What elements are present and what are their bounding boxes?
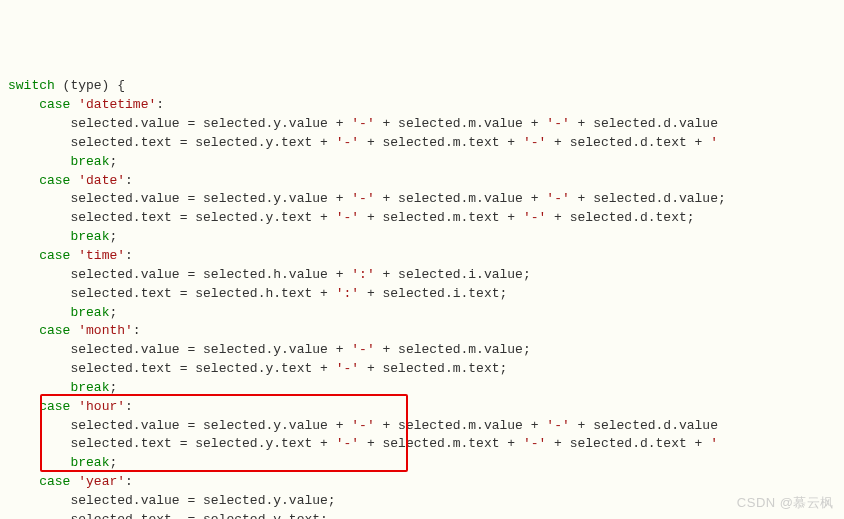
string-literal: ':'	[336, 286, 359, 301]
colon: :	[133, 323, 141, 338]
keyword-case: case	[39, 323, 70, 338]
keyword-case: case	[39, 474, 70, 489]
string-literal: 'year'	[78, 474, 125, 489]
code-text: + selected.d.text;	[546, 210, 694, 225]
colon: :	[125, 248, 133, 263]
string-literal: '-'	[336, 210, 359, 225]
code-text: + selected.d.value	[570, 418, 726, 433]
string-literal: '-'	[336, 135, 359, 150]
code-text: + selected.d.text +	[546, 135, 710, 150]
string-literal: '	[710, 436, 726, 451]
code-text: selected.value = selected.y.value +	[70, 342, 351, 357]
code-text: + selected.m.value +	[375, 116, 547, 131]
string-literal: '-'	[336, 436, 359, 451]
code-text: selected.value = selected.y.value +	[70, 191, 351, 206]
colon: :	[156, 97, 164, 112]
string-literal: '-'	[351, 342, 374, 357]
code-text: selected.value = selected.h.value +	[70, 267, 351, 282]
colon: :	[125, 173, 133, 188]
code-text: selected.text = selected.y.text +	[70, 361, 335, 376]
string-literal: '-'	[546, 191, 569, 206]
string-literal: '-'	[523, 210, 546, 225]
semicolon: ;	[109, 229, 117, 244]
semicolon: ;	[109, 455, 117, 470]
code-text: selected.text = selected.y.text +	[70, 210, 335, 225]
code-text: selected.text = selected.h.text +	[70, 286, 335, 301]
string-literal: '-'	[336, 361, 359, 376]
string-literal: '-'	[546, 116, 569, 131]
keyword-break: break	[70, 229, 109, 244]
code-text: selected.value = selected.y.value +	[70, 116, 351, 131]
string-literal: '-'	[351, 116, 374, 131]
keyword-break: break	[70, 305, 109, 320]
string-literal: 'date'	[78, 173, 125, 188]
keyword-case: case	[39, 248, 70, 263]
string-literal: 'month'	[78, 323, 133, 338]
code-text: + selected.m.text +	[359, 436, 523, 451]
code-text: + selected.m.value;	[375, 342, 531, 357]
keyword-break: break	[70, 154, 109, 169]
code-text: selected.value = selected.y.value;	[70, 493, 335, 508]
code-text: + selected.m.value +	[375, 418, 547, 433]
colon: :	[125, 399, 133, 414]
code-text: (type) {	[55, 78, 125, 93]
string-literal: '-'	[546, 418, 569, 433]
code-text: selected.text = selected.y.text +	[70, 436, 335, 451]
code-text: + selected.i.value;	[375, 267, 531, 282]
code-text: + selected.d.text +	[546, 436, 710, 451]
code-text: + selected.m.text +	[359, 210, 523, 225]
code-text: selected.value = selected.y.value +	[70, 418, 351, 433]
semicolon: ;	[109, 380, 117, 395]
keyword-break: break	[70, 455, 109, 470]
string-literal: 'time'	[78, 248, 125, 263]
keyword-case: case	[39, 97, 70, 112]
code-text: + selected.d.value;	[570, 191, 726, 206]
string-literal: '-'	[523, 436, 546, 451]
string-literal: '-'	[351, 191, 374, 206]
code-text: + selected.i.text;	[359, 286, 507, 301]
keyword-switch: switch	[8, 78, 55, 93]
string-literal: 'hour'	[78, 399, 125, 414]
keyword-break: break	[70, 380, 109, 395]
keyword-case: case	[39, 399, 70, 414]
colon: :	[125, 474, 133, 489]
string-literal: '-'	[523, 135, 546, 150]
string-literal: ':'	[351, 267, 374, 282]
code-text: + selected.m.text;	[359, 361, 507, 376]
code-text: + selected.d.value	[570, 116, 726, 131]
keyword-case: case	[39, 173, 70, 188]
code-text: + selected.m.value +	[375, 191, 547, 206]
watermark: CSDN @慕云枫	[737, 494, 834, 513]
string-literal: '-'	[351, 418, 374, 433]
string-literal: '	[710, 135, 726, 150]
code-text: selected.text = selected.y.text;	[70, 512, 327, 519]
semicolon: ;	[109, 305, 117, 320]
code-block: switch (type) { case 'datetime': selecte…	[8, 77, 836, 519]
code-text: selected.text = selected.y.text +	[70, 135, 335, 150]
code-text: + selected.m.text +	[359, 135, 523, 150]
string-literal: 'datetime'	[78, 97, 156, 112]
semicolon: ;	[109, 154, 117, 169]
